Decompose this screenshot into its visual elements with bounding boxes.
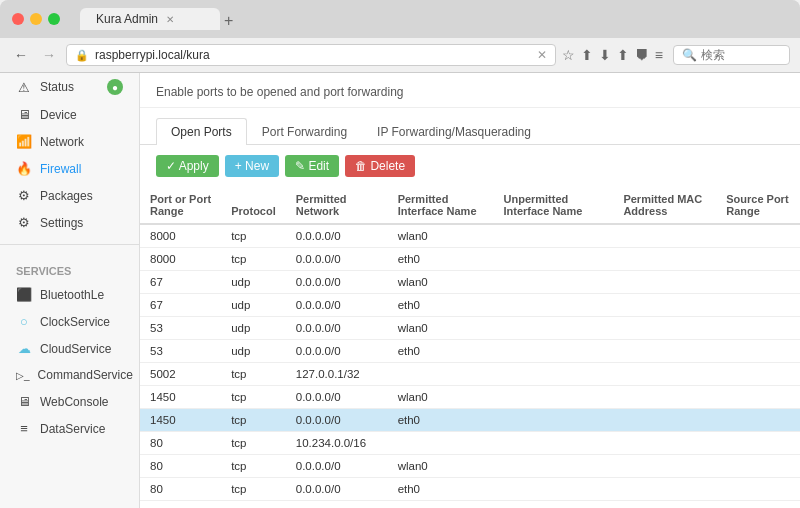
table-row[interactable]: 1450tcp0.0.0.0/0eth0 xyxy=(140,409,800,432)
search-input[interactable] xyxy=(701,48,781,62)
table-cell xyxy=(613,317,716,340)
sidebar-item-clock[interactable]: ○ ClockService xyxy=(0,308,139,335)
upload-icon[interactable]: ⬆ xyxy=(581,47,593,63)
share-icon[interactable]: ⬆ xyxy=(617,47,629,63)
table-cell: wlan0 xyxy=(388,271,494,294)
webconsole-icon: 🖥 xyxy=(16,394,32,409)
sidebar-label-firewall: Firewall xyxy=(40,162,81,176)
table-cell: 1450 xyxy=(140,386,221,409)
sidebar-item-data[interactable]: ≡ DataService xyxy=(0,415,139,442)
sidebar-item-device[interactable]: 🖥 Device xyxy=(0,101,139,128)
tab-port-forwarding[interactable]: Port Forwarding xyxy=(247,118,362,145)
table-cell xyxy=(716,317,800,340)
table-row[interactable]: 53udp0.0.0.0/0eth0 xyxy=(140,340,800,363)
table-cell: 80 xyxy=(140,478,221,501)
data-icon: ≡ xyxy=(16,421,32,436)
table-row[interactable]: 8000tcp0.0.0.0/0wlan0 xyxy=(140,224,800,248)
search-icon: 🔍 xyxy=(682,48,697,62)
table-row[interactable]: 80tcp0.0.0.0/0wlan0 xyxy=(140,455,800,478)
table-cell xyxy=(494,363,614,386)
table-cell: 0.0.0.0/0 xyxy=(286,455,388,478)
table-cell: 0.0.0.0/0 xyxy=(286,409,388,432)
table-row[interactable]: 8000tcp0.0.0.0/0eth0 xyxy=(140,248,800,271)
tab-close-icon[interactable]: ✕ xyxy=(166,14,174,25)
table-cell: eth0 xyxy=(388,409,494,432)
table-cell xyxy=(494,501,614,509)
maximize-button[interactable] xyxy=(48,13,60,25)
address-bar[interactable]: 🔒 raspberrypi.local/kura ✕ xyxy=(66,44,556,66)
edit-button[interactable]: ✎ Edit xyxy=(285,155,339,177)
table-row[interactable]: 67udp0.0.0.0/0eth0 xyxy=(140,294,800,317)
tab-open-ports[interactable]: Open Ports xyxy=(156,118,247,145)
close-button[interactable] xyxy=(12,13,24,25)
sidebar-item-packages[interactable]: ⚙ Packages xyxy=(0,182,139,209)
table-cell xyxy=(388,432,494,455)
minimize-button[interactable] xyxy=(30,13,42,25)
table-cell: tcp xyxy=(221,363,286,386)
table-cell: 67 xyxy=(140,294,221,317)
sidebar: ⚠ Status ● 🖥 Device 📶 Network 🔥 Firewall xyxy=(0,73,140,508)
sidebar-item-settings[interactable]: ⚙ Settings xyxy=(0,209,139,236)
table-cell: tcp xyxy=(221,409,286,432)
table-cell: 0.0.0.0/0 xyxy=(286,501,388,509)
table-cell xyxy=(716,340,800,363)
device-icon: 🖥 xyxy=(16,107,32,122)
browser-tab[interactable]: Kura Admin ✕ xyxy=(80,8,220,30)
sidebar-item-firewall[interactable]: 🔥 Firewall xyxy=(0,155,139,182)
col-mac: Permitted MAC Address xyxy=(613,187,716,224)
table-cell: 10.234.0.0/16 xyxy=(286,432,388,455)
table-body: 8000tcp0.0.0.0/0wlan08000tcp0.0.0.0/0eth… xyxy=(140,224,800,508)
table-cell: 0.0.0.0/0 xyxy=(286,224,388,248)
table-row[interactable]: 53udp0.0.0.0/0wlan0 xyxy=(140,317,800,340)
table-row[interactable]: 80tcp0.0.0.0/0eth0 xyxy=(140,478,800,501)
table-cell: wlan0 xyxy=(388,386,494,409)
shield-icon[interactable]: ⛊ xyxy=(635,47,649,63)
table-cell: 127.0.0.1/32 xyxy=(286,363,388,386)
sidebar-item-command[interactable]: ▷_ CommandService xyxy=(0,362,139,388)
search-bar[interactable]: 🔍 xyxy=(673,45,790,65)
tab-ip-forwarding[interactable]: IP Forwarding/Masquerading xyxy=(362,118,546,145)
table-cell: eth0 xyxy=(388,294,494,317)
col-unpermitted-if: Unpermitted Interface Name xyxy=(494,187,614,224)
sidebar-item-bluetooth[interactable]: ⬛ BluetoothLe xyxy=(0,281,139,308)
address-clear-icon[interactable]: ✕ xyxy=(537,48,547,62)
sidebar-label-data: DataService xyxy=(40,422,105,436)
table-cell: eth0 xyxy=(388,340,494,363)
table-cell xyxy=(613,478,716,501)
table-cell xyxy=(494,455,614,478)
table-cell xyxy=(716,501,800,509)
sidebar-label-clock: ClockService xyxy=(40,315,110,329)
sidebar-item-webconsole[interactable]: 🖥 WebConsole xyxy=(0,388,139,415)
sidebar-item-network[interactable]: 📶 Network xyxy=(0,128,139,155)
table-cell xyxy=(494,409,614,432)
new-button[interactable]: + New xyxy=(225,155,279,177)
table-row[interactable]: 1450tcp0.0.0.0/0wlan0 xyxy=(140,386,800,409)
menu-icon[interactable]: ≡ xyxy=(655,47,663,63)
firewall-table: Port or Port Range Protocol Permitted Ne… xyxy=(140,187,800,508)
sidebar-label-packages: Packages xyxy=(40,189,93,203)
sidebar-label-settings: Settings xyxy=(40,216,83,230)
settings-icon: ⚙ xyxy=(16,215,32,230)
back-button[interactable]: ← xyxy=(10,45,32,65)
table-cell xyxy=(716,363,800,386)
forward-button[interactable]: → xyxy=(38,45,60,65)
table-cell xyxy=(613,271,716,294)
col-port: Port or Port Range xyxy=(140,187,221,224)
table-row[interactable]: 80tcp10.234.0.0/16 xyxy=(140,432,800,455)
sidebar-item-cloud[interactable]: ☁ CloudService xyxy=(0,335,139,362)
download-icon[interactable]: ⬇ xyxy=(599,47,611,63)
tab-bar: Kura Admin ✕ + xyxy=(80,8,233,30)
delete-button[interactable]: 🗑 Delete xyxy=(345,155,415,177)
table-cell xyxy=(716,224,800,248)
table-row[interactable]: 67udp0.0.0.0/0wlan0 xyxy=(140,271,800,294)
table-cell xyxy=(613,248,716,271)
apply-button[interactable]: ✓ Apply xyxy=(156,155,219,177)
table-cell: 0.0.0.0/0 xyxy=(286,248,388,271)
sidebar-item-status[interactable]: ⚠ Status ● xyxy=(0,73,139,101)
table-row[interactable]: 5002tcp127.0.0.1/32 xyxy=(140,363,800,386)
table-cell xyxy=(613,386,716,409)
bookmark-icon[interactable]: ☆ xyxy=(562,47,575,63)
table-row[interactable]: 22tcp0.0.0.0/0 xyxy=(140,501,800,509)
table-cell xyxy=(613,432,716,455)
new-tab-button[interactable]: + xyxy=(224,12,233,30)
